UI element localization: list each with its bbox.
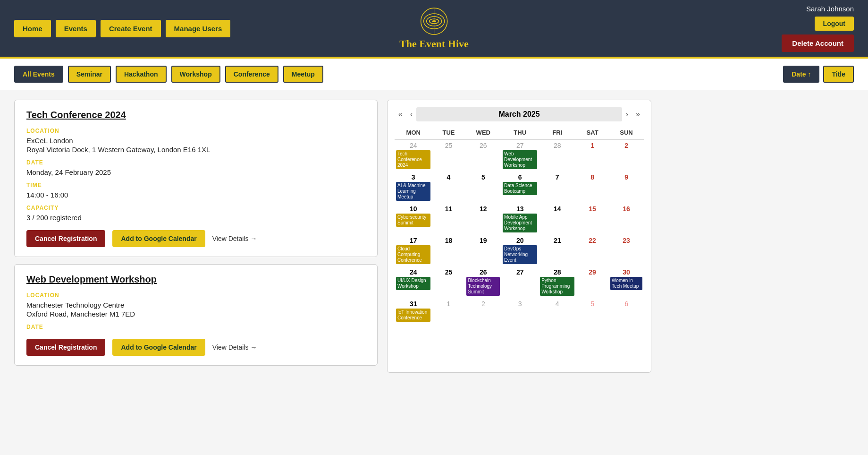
calendar-event[interactable]: Mobile App Development Workshop <box>503 214 537 232</box>
delete-account-button[interactable]: Delete Account <box>782 34 854 52</box>
calendar-day[interactable]: 2 <box>609 139 644 172</box>
calendar-day[interactable]: 9 <box>609 172 644 203</box>
calendar-day[interactable]: 4 <box>539 298 576 326</box>
calendar-day[interactable]: 26Blockchain Technology Summit <box>465 266 501 298</box>
calendar-day[interactable]: 12 <box>465 203 501 235</box>
calendar-day[interactable]: 10Cybersecurity Summit <box>395 203 432 235</box>
filter-bar: All EventsSeminarHackathonWorkshopConfer… <box>0 59 868 90</box>
filter-all[interactable]: All Events <box>14 66 63 83</box>
calendar-day[interactable]: 24UI/UX Design Workshop <box>395 266 432 298</box>
calendar-day[interactable]: 27 <box>501 266 539 298</box>
calendar-day[interactable]: 18 <box>432 235 465 266</box>
day-number: 28 <box>540 268 574 276</box>
weekday-header: FRI <box>539 126 576 139</box>
event-venue: ExCeL London <box>26 137 365 145</box>
calendar-event[interactable]: Python Programming Workshop <box>540 277 574 296</box>
calendar-event[interactable]: Women in Tech Meetup <box>610 277 642 290</box>
calendar-day[interactable]: 13Mobile App Development Workshop <box>501 203 539 235</box>
filter-hackathon[interactable]: Hackathon <box>116 66 167 83</box>
calendar-day[interactable]: 8 <box>576 172 609 203</box>
events-button[interactable]: Events <box>56 20 96 37</box>
day-number: 14 <box>540 205 574 213</box>
calendar-event[interactable]: AI & Machine Learning Meetup <box>396 182 430 201</box>
filter-meetup[interactable]: Meetup <box>283 66 323 83</box>
calendar-day[interactable]: 29 <box>576 266 609 298</box>
calendar-event[interactable]: Tech Conference 2024 <box>396 150 430 169</box>
events-list: Tech Conference 2024 LOCATION ExCeL Lond… <box>14 100 378 373</box>
prev-year-button[interactable]: « <box>395 108 406 120</box>
cancel-registration-button[interactable]: Cancel Registration <box>26 339 105 356</box>
calendar-day[interactable]: 25 <box>432 139 465 172</box>
day-number: 2 <box>610 142 642 149</box>
calendar-day[interactable]: 15 <box>576 203 609 235</box>
calendar-day[interactable]: 4 <box>432 172 465 203</box>
calendar-day[interactable]: 3AI & Machine Learning Meetup <box>395 172 432 203</box>
day-number: 12 <box>466 205 500 213</box>
filter-conference[interactable]: Conference <box>225 66 278 83</box>
calendar-event[interactable]: Data Science Bootcamp <box>503 182 537 195</box>
calendar-day[interactable]: 24Tech Conference 2024 <box>395 139 432 172</box>
day-number: 8 <box>577 173 607 181</box>
next-month-button[interactable]: › <box>622 108 632 120</box>
view-details-link[interactable]: View Details → <box>212 235 257 242</box>
calendar-day[interactable]: 19 <box>465 235 501 266</box>
calendar-day[interactable]: 30Women in Tech Meetup <box>609 266 644 298</box>
calendar-day[interactable]: 14 <box>539 203 576 235</box>
event-title: Tech Conference 2024 <box>26 110 365 120</box>
day-number: 4 <box>540 300 574 308</box>
day-number: 9 <box>610 173 642 181</box>
day-number: 19 <box>466 237 500 244</box>
calendar-event[interactable]: DevOps Networking Event <box>503 245 537 264</box>
calendar-day[interactable]: 16 <box>609 203 644 235</box>
cancel-registration-button[interactable]: Cancel Registration <box>26 230 105 247</box>
create-event-button[interactable]: Create Event <box>101 20 161 37</box>
calendar-day[interactable]: 21 <box>539 235 576 266</box>
next-year-button[interactable]: » <box>632 108 644 120</box>
calendar-day[interactable]: 27Web Development Workshop <box>501 139 539 172</box>
sort-date[interactable]: Date ↑ <box>783 66 819 83</box>
sort-title[interactable]: Title <box>823 66 854 83</box>
view-details-link[interactable]: View Details → <box>212 343 257 351</box>
calendar-day[interactable]: 2 <box>465 298 501 326</box>
calendar-day[interactable]: 28 <box>539 139 576 172</box>
calendar-event[interactable]: Cybersecurity Summit <box>396 214 430 227</box>
logout-button[interactable]: Logout <box>815 17 854 31</box>
event-card: Tech Conference 2024 LOCATION ExCeL Lond… <box>14 100 378 257</box>
capacity-label: CAPACITY <box>26 205 365 211</box>
calendar-day[interactable]: 31IoT Innovation Conference <box>395 298 432 326</box>
calendar-day[interactable]: 7 <box>539 172 576 203</box>
calendar-day[interactable]: 6 <box>609 298 644 326</box>
calendar-event[interactable]: Cloud Computing Conference <box>396 245 430 264</box>
calendar-event[interactable]: Web Development Workshop <box>503 150 537 169</box>
calendar-day[interactable]: 25 <box>432 266 465 298</box>
calendar-day[interactable]: 28Python Programming Workshop <box>539 266 576 298</box>
header: HomeEventsCreate EventManage Users The E… <box>0 0 868 57</box>
calendar-day[interactable]: 5 <box>576 298 609 326</box>
calendar-day[interactable]: 11 <box>432 203 465 235</box>
calendar-day[interactable]: 20DevOps Networking Event <box>501 235 539 266</box>
calendar-day[interactable]: 23 <box>609 235 644 266</box>
calendar-day[interactable]: 26 <box>465 139 501 172</box>
calendar-day[interactable]: 5 <box>465 172 501 203</box>
calendar-day[interactable]: 6Data Science Bootcamp <box>501 172 539 203</box>
calendar-day[interactable]: 22 <box>576 235 609 266</box>
add-to-google-calendar-button[interactable]: Add to Google Calendar <box>112 339 205 356</box>
site-title: The Event Hive <box>399 38 469 50</box>
prev-month-button[interactable]: ‹ <box>406 108 416 120</box>
calendar-day[interactable]: 17Cloud Computing Conference <box>395 235 432 266</box>
calendar-title: March 2025 <box>416 107 622 121</box>
time-label: TIME <box>26 182 365 189</box>
calendar-event[interactable]: UI/UX Design Workshop <box>396 277 430 290</box>
add-to-google-calendar-button[interactable]: Add to Google Calendar <box>112 230 205 247</box>
calendar-day[interactable]: 3 <box>501 298 539 326</box>
calendar-day[interactable]: 1 <box>432 298 465 326</box>
filter-seminar[interactable]: Seminar <box>68 66 111 83</box>
calendar-event[interactable]: Blockchain Technology Summit <box>466 277 500 296</box>
date-label: DATE <box>26 324 365 330</box>
home-button[interactable]: Home <box>14 20 51 37</box>
filter-workshop[interactable]: Workshop <box>171 66 220 83</box>
calendar-day[interactable]: 1 <box>576 139 609 172</box>
event-time: 14:00 - 16:00 <box>26 191 365 199</box>
calendar-event[interactable]: IoT Innovation Conference <box>396 309 430 322</box>
manage-users-button[interactable]: Manage Users <box>166 20 231 37</box>
